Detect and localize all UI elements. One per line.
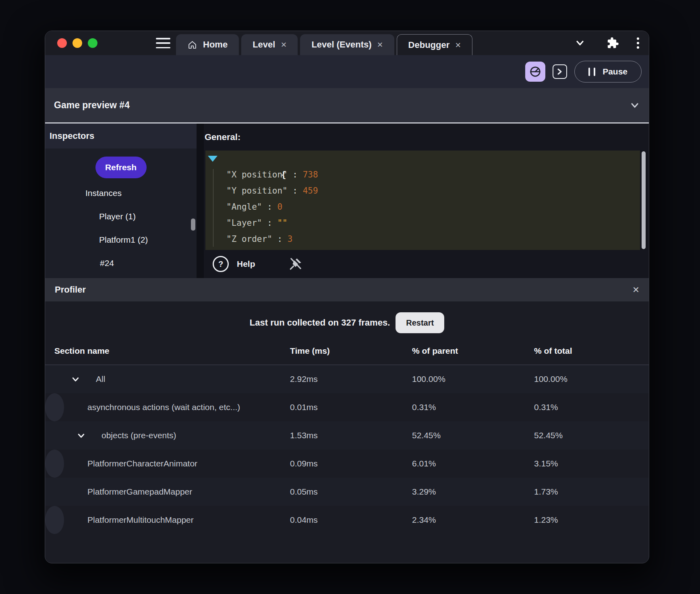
json-key: "Layer" [226, 218, 262, 228]
column-header: % of parent [412, 346, 534, 356]
profiler-row[interactable]: All 2.92ms 100.00% 100.00% [45, 365, 649, 393]
profiler-row[interactable]: PlatformerMultitouchMapper 0.04ms 2.34% … [45, 506, 64, 534]
section-time: 0.09ms [290, 459, 412, 468]
tab-debugger[interactable]: Debugger × [397, 34, 473, 55]
section-percent-parent: 52.45% [412, 431, 534, 440]
profiler-table-header: Section nameTime (ms)% of parent% of tot… [45, 337, 649, 365]
inspectors-panel: Inspectors Refresh Instances Player (1) … [45, 124, 197, 278]
section-name: All [96, 374, 105, 384]
json-root-line: { [205, 151, 640, 167]
unpin-icon[interactable] [288, 257, 303, 271]
inspector-tree-item[interactable]: Platform1 (2) [45, 228, 197, 252]
extensions-puzzle-icon[interactable] [607, 37, 619, 49]
json-property-line: "Layer" : "" [205, 215, 640, 231]
section-name: PlatformerMultitouchMapper [87, 515, 194, 525]
section-percent-total: 1.23% [534, 515, 558, 525]
close-window-button[interactable] [57, 38, 67, 48]
profiler-row[interactable]: PlatformerCharacterAnimator 0.09ms 6.01%… [45, 450, 64, 478]
profiler-body: Last run collected on 327 frames. Restar… [45, 309, 649, 534]
chevron-right-icon [556, 68, 564, 76]
tab-home[interactable]: Home [176, 34, 239, 55]
inspector-tree-item[interactable]: Instances [45, 182, 197, 205]
row-expand-chevron-icon[interactable] [71, 375, 80, 384]
inspectors-scrollbar-thumb[interactable] [191, 219, 195, 231]
section-percent-total: 0.31% [534, 402, 558, 412]
help-label[interactable]: Help [237, 259, 255, 269]
inspector-tree-item[interactable]: #24 [45, 252, 197, 275]
json-property-line: "Angle" : 0 [205, 199, 640, 215]
tab-label: Level [253, 39, 275, 50]
row-expand-chevron-icon[interactable] [77, 431, 85, 440]
more-options-kebab-icon[interactable] [637, 37, 639, 49]
section-percent-total: 3.15% [534, 459, 558, 468]
debugger-content: Inspectors Refresh Instances Player (1) … [45, 124, 649, 278]
collapse-chevron-icon[interactable] [630, 100, 640, 111]
section-time: 0.04ms [290, 515, 412, 525]
app-window: Home Level × Level (Events) × Debugger × [45, 31, 649, 563]
inspectors-tree: Refresh Instances Player (1) Platform1 (… [45, 148, 197, 278]
section-time: 0.01ms [290, 402, 412, 412]
section-percent-parent: 6.01% [412, 459, 534, 468]
pause-icon [588, 68, 595, 76]
json-key: "Z order" [226, 234, 272, 244]
section-name: objects (pre-events) [101, 431, 176, 440]
json-value: 0 [277, 202, 282, 212]
profiler-close-icon[interactable]: × [633, 284, 639, 295]
json-value: "" [277, 218, 287, 228]
titlebar: Home Level × Level (Events) × Debugger × [45, 31, 649, 55]
tab-close-icon[interactable]: × [281, 40, 286, 50]
restart-button[interactable]: Restart [396, 312, 444, 333]
game-preview-title: Game preview #4 [54, 100, 130, 111]
column-header: % of total [534, 346, 649, 356]
inspectors-panel-title: Inspectors [45, 124, 197, 148]
tree-item-label: Instances [85, 188, 122, 198]
refresh-button[interactable]: Refresh [95, 157, 147, 178]
tab-label: Home [203, 39, 228, 50]
json-value: 459 [303, 186, 318, 196]
tree-item-label: Platform1 (2) [99, 235, 148, 245]
profiler-status-text: Last run collected on 327 frames. [250, 318, 390, 328]
game-preview-header[interactable]: Game preview #4 [45, 88, 649, 124]
column-header: Section name [54, 346, 290, 356]
indent-guide [213, 169, 213, 247]
json-key: "Angle" [226, 202, 262, 212]
minimize-window-button[interactable] [72, 38, 82, 48]
json-view-scrollbar-thumb[interactable] [642, 151, 646, 249]
tab-close-icon[interactable]: × [455, 40, 461, 50]
column-header: Time (ms) [290, 346, 412, 356]
tab-level[interactable]: Level × [241, 34, 298, 55]
traffic-lights [57, 38, 97, 48]
section-percent-parent: 0.31% [412, 402, 534, 412]
tree-item-label: Player (1) [99, 212, 136, 221]
profiler-row[interactable]: PlatformerGamepadMapper 0.05ms 3.29% 1.7… [45, 478, 649, 506]
chevron-down-icon[interactable] [574, 37, 586, 49]
tab-close-icon[interactable]: × [377, 40, 383, 50]
inspector-tree-item[interactable]: Player (1) [45, 205, 197, 228]
profiler-row[interactable]: objects (pre-events) 1.53ms 52.45% 52.45… [45, 421, 649, 450]
hamburger-menu-icon[interactable] [156, 38, 170, 48]
collapse-triangle-icon[interactable] [208, 156, 217, 162]
section-time: 1.53ms [290, 431, 412, 440]
pause-label: Pause [603, 67, 628, 76]
tab-level-events-[interactable]: Level (Events) × [300, 34, 394, 55]
profiler-toggle-button[interactable] [525, 62, 545, 82]
profiler-status-row: Last run collected on 327 frames. Restar… [45, 309, 649, 337]
inspector-detail-panel: General: { "X position" : 738 "Y positio… [204, 124, 649, 278]
console-button[interactable] [553, 64, 567, 79]
help-question-icon[interactable]: ? [213, 256, 229, 272]
tab-bar: Home Level × Level (Events) × Debugger × [176, 34, 472, 55]
tab-label: Debugger [408, 40, 450, 50]
pause-button[interactable]: Pause [574, 61, 642, 82]
speedometer-icon [529, 66, 541, 78]
section-percent-parent: 100.00% [412, 374, 534, 384]
json-property-line: "Z order" : 3 [205, 231, 640, 247]
section-percent-total: 1.73% [534, 487, 649, 497]
profiler-header: Profiler × [45, 278, 649, 301]
json-value: 738 [303, 170, 318, 179]
screen: Home Level × Level (Events) × Debugger × [0, 0, 700, 594]
zoom-window-button[interactable] [88, 38, 97, 48]
section-percent-parent: 3.29% [412, 487, 534, 497]
section-name: asynchronous actions (wait action, etc..… [87, 402, 240, 412]
section-percent-total: 52.45% [534, 431, 649, 440]
profiler-row[interactable]: asynchronous actions (wait action, etc..… [45, 393, 64, 421]
